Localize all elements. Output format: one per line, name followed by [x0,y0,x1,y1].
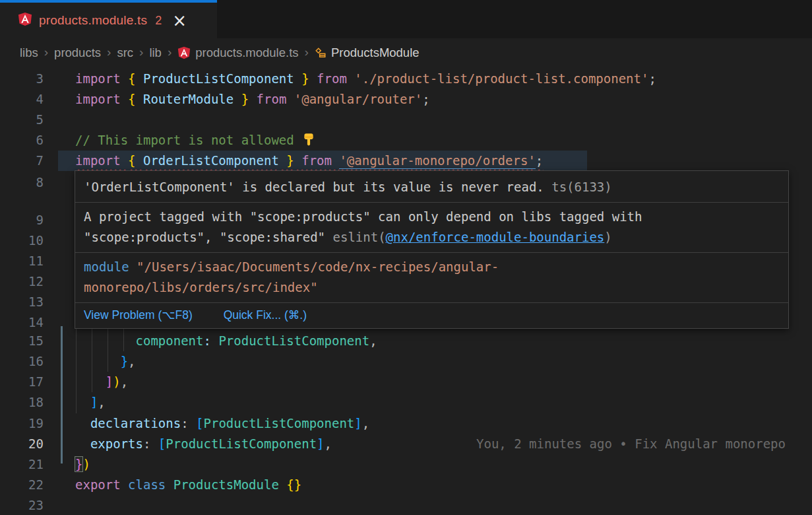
code-token: ) [113,374,120,389]
line-number-6[interactable]: 6 [0,130,44,151]
code-line-4[interactable]: import { RouterModule } from '@angular/r… [75,89,430,110]
breadcrumb-item-libs[interactable]: libs [20,46,38,60]
line-number-23[interactable]: 23 [0,495,44,515]
code-token: } [279,153,294,168]
breadcrumb-item-productsmodule[interactable]: ProductsModule [315,46,420,60]
line-number-8[interactable]: 8 [0,172,44,193]
pointing-down-emoji [301,132,316,147]
quick-fix-button[interactable]: Quick Fix... (⌘.) [224,308,307,322]
line-number-21[interactable]: 21 [0,454,44,475]
code-line-7[interactable]: import { OrderListComponent } from '@ang… [75,151,543,171]
breadcrumb-item-products[interactable]: products [54,46,101,60]
code-token: ; [422,92,429,106]
line-number-10[interactable]: 10 [0,230,44,251]
code-token: ProductListComponent [218,333,369,348]
code-line-22[interactable]: export class ProductsModule {} [75,475,301,495]
line-number-7[interactable]: 7 [0,151,44,171]
code-token: ] [354,416,361,430]
code-token: ] [317,436,324,451]
code-token: } [75,457,82,471]
code-token: [ [196,416,203,430]
hover-eslint-source-prefix: eslint( [333,230,386,244]
line-number-9[interactable]: 9 [0,210,44,230]
code-line-20[interactable]: exports: [ProductListComponent],You, 2 m… [75,434,332,454]
tab-close-icon[interactable]: × [172,14,187,27]
angular-icon [177,46,191,59]
code-line-17[interactable]: ]), [75,372,128,392]
code-line-19[interactable]: declarations: [ProductListComponent], [75,413,369,434]
eslint-rule-link[interactable]: @nx/enforce-module-boundaries [386,230,605,244]
hover-ts-error-message: 'OrderListComponent' is declared but its… [84,180,544,194]
line-number-20[interactable]: 20 [0,434,44,454]
code-line-6[interactable]: // This import is not allowed [75,130,316,151]
hover-eslint-error: A project tagged with "scope:products" c… [75,202,788,252]
line-number-3[interactable]: 3 [0,69,44,89]
hover-eslint-line1: A project tagged with "scope:products" c… [84,207,788,227]
breadcrumb-separator: › [168,45,172,59]
code-token: } [294,71,309,86]
line-number-11[interactable]: 11 [0,251,44,271]
tab-products-module[interactable]: products.module.ts 2 × [0,0,217,38]
vscode-editor-window: products.module.ts 2 × libs›products›src… [0,0,812,515]
tab-title: products.module.ts [39,13,147,28]
code-token: class [128,477,173,492]
line-number-15[interactable]: 15 [0,331,44,351]
module-path-line2: monorepo/libs/orders/src/index" [84,280,318,294]
code-token: , [128,354,135,368]
breadcrumb-item-products-module-ts[interactable]: products.module.ts [177,46,298,60]
line-number-5[interactable]: 5 [0,110,44,130]
git-blame-annotation: You, 2 minutes ago • Fix Angular monorep… [476,434,786,454]
code-token: { [128,153,143,168]
diagnostics-hover-popup: 'OrderListComponent' is declared but its… [75,170,789,329]
code-token: RouterModule [143,92,234,106]
code-token: import [75,153,128,168]
view-problem-button[interactable]: View Problem (⌥F8) [84,308,193,322]
code-line-21[interactable]: }) [75,454,90,475]
line-number-17[interactable]: 17 [0,372,44,392]
breadcrumb-separator: › [107,45,111,59]
code-token [75,395,90,409]
code-token: '@angular-monorepo/orders' [339,153,535,169]
breadcrumb-item-lib[interactable]: lib [149,46,162,60]
code-token: : [181,416,196,430]
code-line-18[interactable]: ], [75,392,106,413]
code-token: component [136,333,204,348]
code-token: export [75,477,128,492]
breadcrumb-separator: › [44,45,48,59]
code-token: ProductListComponent [143,71,294,86]
code-token: ProductsModule [173,477,287,492]
code-token: import [75,71,128,86]
code-token: {} [286,477,301,492]
hover-module-path: module "/Users/isaac/Documents/code/nx-r… [75,252,788,302]
line-number-13[interactable]: 13 [0,292,44,312]
code-token: , [121,374,128,389]
code-editor[interactable]: 3import { ProductListComponent } from '.… [0,67,812,515]
line-number-22[interactable]: 22 [0,475,44,495]
code-token: declarations [90,416,181,430]
line-number-16[interactable]: 16 [0,351,44,372]
code-line-3[interactable]: import { ProductListComponent } from './… [75,69,656,89]
breadcrumb-label: lib [149,46,162,60]
code-token: ProductListComponent [204,416,355,430]
code-token [75,354,121,368]
code-token [75,374,106,389]
code-token: '@angular/router' [294,92,422,106]
code-token: ProductListComponent [166,436,317,451]
code-token: exports [90,436,143,451]
code-token: , [325,436,332,451]
hover-actions: View Problem (⌥F8) Quick Fix... (⌘.) [75,302,788,328]
code-token: { [128,92,143,106]
code-line-16[interactable]: }, [75,351,136,372]
line-number-19[interactable]: 19 [0,413,44,434]
code-token: , [369,333,377,348]
line-number-14[interactable]: 14 [0,312,44,333]
line-number-18[interactable]: 18 [0,392,44,413]
code-token [75,333,136,348]
line-number-12[interactable]: 12 [0,271,44,292]
code-token: ; [536,153,543,168]
line-number-4[interactable]: 4 [0,89,44,110]
code-line-15[interactable]: component: ProductListComponent, [75,331,377,351]
breadcrumb-item-src[interactable]: src [117,46,133,60]
code-token [75,416,90,430]
hover-eslint-source-suffix: ) [604,230,611,244]
